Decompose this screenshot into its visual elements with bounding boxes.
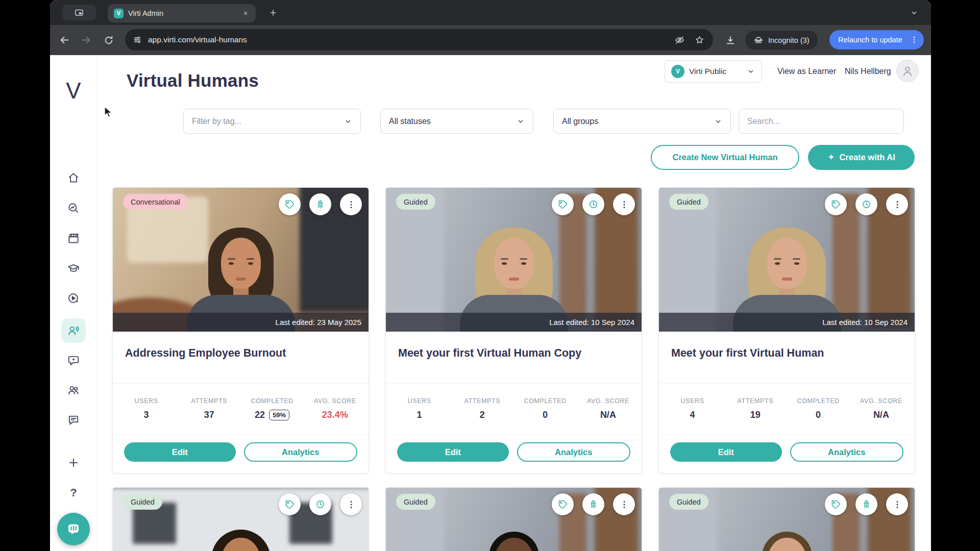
analytics-button[interactable]: Analytics [244,442,358,462]
sidebar-item-virtual-humans[interactable] [61,318,86,343]
publish-rocket-button[interactable] [582,493,604,515]
relaunch-to-update-button[interactable]: Relaunch to update [829,30,924,49]
edit-button[interactable]: Edit [124,442,236,462]
schedule-clock-button[interactable] [309,493,331,515]
search-input[interactable] [739,109,904,134]
new-tab-button[interactable] [266,6,280,19]
browser-menu-kebab-icon[interactable] [910,35,919,44]
chevron-down-icon [714,117,722,126]
last-edited-label: Last edited: 10 Sep 2024 [659,313,915,332]
filter-by-tag-select[interactable]: Filter by tag... [183,109,361,134]
analytics-button[interactable]: Analytics [517,442,631,462]
stat-value: 4 [661,410,724,420]
site-settings-icon[interactable] [132,35,142,45]
stat-value: 0 [514,410,577,420]
card-thumbnail[interactable]: Guided [659,488,915,551]
schedule-clock-button[interactable] [582,193,604,215]
edit-button[interactable]: Edit [670,442,782,462]
view-as-learner-link[interactable]: View as Learner [777,67,836,76]
card-thumbnail[interactable]: Guided Last edited: 10 Sep 2024 [659,188,915,332]
sidebar-item-feedback[interactable] [61,408,86,433]
more-options-button[interactable] [613,193,635,215]
last-edited-label: Last edited: 10 Sep 2024 [386,313,642,332]
create-new-virtual-human-button[interactable]: Create New Virtual Human [651,145,799,170]
user-avatar[interactable] [896,60,919,82]
sidebar-item-home[interactable] [61,166,86,190]
virtual-human-card: Guided [112,487,369,551]
schedule-clock-button[interactable] [855,193,877,215]
sidebar-item-ai-conversations[interactable] [61,348,86,373]
reload-icon[interactable] [102,34,115,46]
sidebar-item-users[interactable] [61,378,86,403]
downloads-icon[interactable] [724,34,737,46]
eye-off-icon[interactable] [674,35,685,45]
analytics-search-icon [67,202,80,215]
sidebar-item-sessions[interactable] [61,286,86,311]
tag-icon [557,199,568,210]
more-options-button[interactable] [613,493,635,515]
sidebar-item-analytics[interactable] [61,196,86,220]
clock-icon [861,199,872,210]
tab-list-chevron-icon[interactable] [908,6,921,19]
user-name[interactable]: Nils Hellberg [845,67,891,76]
tag-icon-button[interactable] [552,493,574,515]
more-options-button[interactable] [340,493,362,515]
tag-icon [830,499,841,510]
virtual-human-card: Guided Last edited: 10 Sep 2024 Meet you… [658,187,915,473]
address-bar[interactable]: app.virti.com/virtual-humans [125,29,713,51]
virti-logo[interactable]: V [50,79,97,103]
tag-icon-button[interactable] [825,193,847,215]
group-filter-select[interactable]: All groups [553,109,731,134]
filter-tag-value: Filter by tag... [192,117,241,126]
stat-label: COMPLETED [787,397,850,405]
tab-title: Virti Admin [128,9,236,17]
edit-button[interactable]: Edit [397,442,509,462]
more-options-button[interactable] [886,493,908,515]
analytics-button[interactable]: Analytics [790,442,904,462]
stat-label: USERS [661,397,724,405]
question-mark-icon: ? [70,486,77,499]
stat-value: 23.4% [304,410,366,420]
status-filter-select[interactable]: All statuses [380,109,533,134]
clock-icon [315,499,326,510]
tag-icon [557,499,568,510]
status-filter-value: All statuses [389,117,431,126]
card-thumbnail[interactable]: Guided [113,488,369,551]
card-actions: Edit Analytics [386,435,642,462]
tag-icon-button[interactable] [279,193,301,215]
graduation-cap-icon [67,262,80,276]
back-icon[interactable] [58,34,71,46]
tag-icon [830,199,841,210]
bookmark-star-icon[interactable] [694,35,705,45]
card-thumbnail[interactable]: Guided Last edited: 10 Sep 2024 [386,188,642,332]
organisation-select[interactable]: V Virti Public [665,60,762,83]
tag-icon-button[interactable] [279,493,301,515]
more-options-button[interactable] [340,193,362,215]
publish-rocket-button[interactable] [855,493,877,515]
users-icon [67,384,80,397]
tab-virti-admin[interactable]: V Virti Admin [108,4,256,22]
virtual-human-card: Conversational Last edited: 23 May 2025 … [112,187,369,473]
tag-icon [284,499,295,510]
pinned-tab[interactable] [62,5,96,20]
sidebar-item-scenarios[interactable] [61,226,86,251]
sidebar-add-button[interactable] [61,450,86,475]
card-thumbnail[interactable]: Guided [386,488,642,551]
stat-label: AVG. SCORE [850,397,913,405]
create-with-ai-button[interactable]: ✦ Create with AI [808,145,915,170]
app-sidebar: V [50,55,97,551]
incognito-badge[interactable]: Incognito (3) [745,31,818,49]
sidebar-item-courses[interactable] [61,257,86,281]
forward-icon[interactable] [80,34,92,46]
main-content: Virtual Humans V Virti Public View as Le… [97,55,931,551]
tag-icon-button[interactable] [825,493,847,515]
intercom-chat-button[interactable] [57,513,90,545]
more-options-button[interactable] [886,193,908,215]
url-text[interactable]: app.virti.com/virtual-humans [148,35,665,44]
tag-icon-button[interactable] [552,193,574,215]
card-thumbnail[interactable]: Conversational Last edited: 23 May 2025 [113,188,369,332]
virtual-human-card: Guided Last edited: 10 Sep 2024 Meet you… [385,187,642,473]
publish-rocket-button[interactable] [309,193,331,215]
sidebar-help-button[interactable]: ? [61,481,86,505]
close-tab-icon[interactable] [240,8,251,18]
